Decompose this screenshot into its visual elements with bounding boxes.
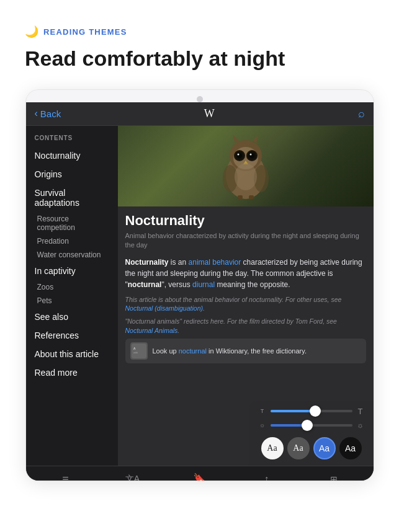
sidebar-item-survival[interactable]: Survival adaptations: [26, 184, 118, 212]
svg-rect-17: [238, 195, 243, 199]
brightness-track[interactable]: [271, 424, 352, 427]
sidebar-item-about[interactable]: About this article: [26, 345, 118, 363]
sidebar-item-nocturnality[interactable]: Nocturnality: [26, 146, 118, 165]
article-note-1: This article is about the animal behavio…: [125, 295, 366, 313]
svg-marker-12: [233, 135, 239, 143]
brightness-low-icon: ☼: [258, 422, 267, 428]
font-options: Aa Aa Aa Aa: [258, 435, 365, 459]
sidebar-item-captivity[interactable]: In captivity: [26, 262, 118, 280]
sidebar-item-references[interactable]: References: [26, 326, 118, 345]
wiktionary-icon: Awikt: [130, 342, 148, 360]
reading-themes-label: 🌙 READING THEMES: [25, 25, 374, 38]
bottom-share-icon[interactable]: ↑: [256, 468, 278, 481]
svg-rect-18: [249, 195, 254, 199]
svg-point-16: [235, 163, 257, 190]
controls-overlay: T T ☼ ☼: [249, 401, 374, 466]
wiki-logo: W: [204, 107, 215, 120]
link-animal-behavior[interactable]: animal behavior: [189, 258, 241, 267]
link-disambiguation[interactable]: Nocturnal (disambiguation): [125, 304, 203, 312]
article-area: Nocturnality Animal behavior characteriz…: [118, 126, 374, 466]
header: 🌙 READING THEMES Read comfortably at nig…: [0, 0, 399, 84]
font-size-slider-row: T T: [258, 407, 365, 416]
reading-themes-text: READING THEMES: [43, 27, 127, 37]
sidebar-item-pets[interactable]: Pets: [26, 294, 118, 308]
wiktionary-text: Look up nocturnal in Wiktionary, the fre…: [153, 347, 307, 355]
bottom-bookmark-icon[interactable]: 🔖: [189, 468, 211, 481]
svg-marker-13: [253, 135, 259, 143]
sidebar-item-predation[interactable]: Predation: [26, 234, 118, 248]
sidebar-item-zoos[interactable]: Zoos: [26, 280, 118, 294]
owl-image: [118, 126, 374, 206]
font-option-sans-black[interactable]: Aa: [339, 437, 362, 459]
sidebar-item-water[interactable]: Water conservation: [26, 248, 118, 262]
font-size-large-label: T: [356, 407, 365, 416]
link-nocturnal-wikt[interactable]: nocturnal: [179, 347, 207, 355]
device-frame: ‹ Back W ⌕ CONTENTS Nocturnality Origins…: [26, 90, 374, 481]
font-option-serif-dark[interactable]: Aa: [287, 437, 310, 459]
bottom-translate-icon[interactable]: 文A: [122, 468, 144, 481]
brightness-high-icon: ☼: [356, 421, 365, 430]
wiktionary-box: Awikt Look up nocturnal in Wiktionary, t…: [125, 339, 366, 363]
font-size-fill: [271, 410, 316, 412]
back-chevron-icon: ‹: [35, 108, 38, 119]
font-option-sans-blue[interactable]: Aa: [313, 437, 336, 459]
page-headline: Read comfortably at night: [25, 46, 374, 71]
device-camera: [197, 96, 203, 102]
article-note-2: "Nocturnal animals" redirects here. For …: [125, 317, 366, 335]
font-size-thumb[interactable]: [310, 406, 321, 417]
font-size-small-label: T: [258, 408, 267, 414]
article-body-text: Nocturnality is an animal behavior chara…: [125, 257, 366, 290]
svg-text:wikt: wikt: [133, 351, 138, 354]
bottom-menu-icon[interactable]: ≡: [55, 468, 77, 481]
article-title: Nocturnality: [125, 213, 366, 229]
owl-svg: [218, 132, 274, 200]
sidebar-item-readmore[interactable]: Read more: [26, 363, 118, 382]
brightness-slider-row: ☼ ☼: [258, 421, 365, 430]
bold-nocturnal: nocturnal: [128, 280, 162, 289]
back-button[interactable]: ‹ Back: [35, 108, 61, 119]
top-nav: ‹ Back W ⌕: [26, 102, 374, 126]
article-subtitle: Animal behavior characterized by activit…: [125, 231, 366, 250]
back-label: Back: [40, 109, 61, 119]
sidebar-item-resource[interactable]: Resource competition: [26, 212, 118, 234]
svg-point-10: [249, 153, 251, 155]
sidebar-item-origins[interactable]: Origins: [26, 165, 118, 184]
font-size-track[interactable]: [271, 410, 352, 412]
app-container: ‹ Back W ⌕ CONTENTS Nocturnality Origins…: [26, 102, 374, 481]
bottom-bar: ≡ 文A 🔖 ↑ ⊞: [26, 466, 374, 481]
link-diurnal[interactable]: diurnal: [192, 280, 215, 289]
contents-label: CONTENTS: [26, 132, 118, 146]
sidebar: CONTENTS Nocturnality Origins Survival a…: [26, 126, 118, 466]
main-content: CONTENTS Nocturnality Origins Survival a…: [26, 126, 374, 466]
bottom-grid-icon[interactable]: ⊞: [323, 468, 345, 481]
search-icon[interactable]: ⌕: [358, 107, 365, 120]
link-nocturnal-animals[interactable]: Nocturnal Animals: [125, 327, 178, 334]
sidebar-item-seealso[interactable]: See also: [26, 308, 118, 326]
brightness-thumb[interactable]: [302, 420, 313, 431]
moon-icon: 🌙: [25, 25, 38, 38]
bold-nocturnality: Nocturnality: [125, 258, 169, 267]
svg-point-6: [237, 153, 239, 155]
font-option-serif-light[interactable]: Aa: [261, 437, 284, 459]
